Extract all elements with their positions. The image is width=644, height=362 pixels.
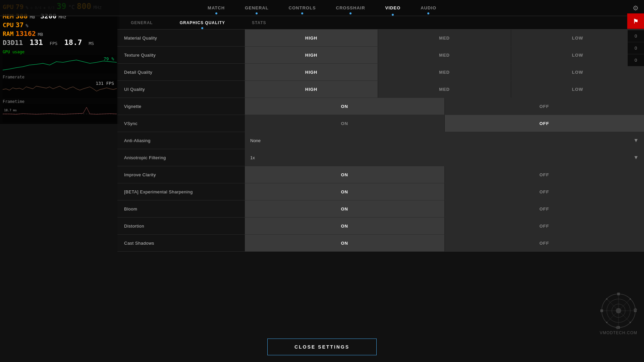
- vignette-on-btn[interactable]: On: [245, 98, 445, 115]
- bloom-label: Bloom: [117, 200, 245, 217]
- right-badge-icon: ⚑: [627, 13, 644, 29]
- detail-quality-row: Detail Quality High Med Low: [117, 64, 644, 81]
- tab-match[interactable]: MATCH: [198, 0, 235, 16]
- settings-panel: Material Quality High Med Low Texture Qu…: [117, 29, 644, 335]
- improve-clarity-row: Improve Clarity On Off: [117, 166, 644, 183]
- audio-dot-indicator: [427, 12, 429, 14]
- settings-gear-icon[interactable]: ⚙: [633, 4, 639, 12]
- texture-quality-row: Texture Quality High Med Low: [117, 47, 644, 64]
- vignette-label: Vignette: [117, 98, 245, 115]
- general-dot-indicator: [256, 12, 258, 14]
- bloom-on-btn[interactable]: On: [245, 200, 445, 217]
- framerate-label: Framerate: [3, 75, 117, 79]
- cast-shadows-row: Cast Shadows On Off: [117, 235, 644, 252]
- close-settings-button[interactable]: CLOSE SETTINGS: [267, 339, 377, 355]
- texture-high-btn[interactable]: High: [245, 47, 378, 63]
- ui-quality-label: UI Quality: [117, 81, 245, 98]
- experimental-sharpening-controls: On Off: [245, 183, 644, 200]
- detail-med-btn[interactable]: Med: [378, 64, 511, 80]
- anti-aliasing-label: Anti-Aliasing: [117, 132, 245, 149]
- experimental-sharpening-row: [BETA] Experimental Sharpening On Off: [117, 183, 644, 200]
- counter-2: 0: [628, 54, 644, 66]
- tab-general[interactable]: GENERAL: [235, 0, 279, 16]
- ms-unit: MS: [89, 41, 94, 47]
- experimental-sharpening-on-btn[interactable]: On: [245, 183, 445, 200]
- improve-clarity-controls: On Off: [245, 166, 644, 183]
- material-high-btn[interactable]: High: [245, 29, 378, 46]
- experimental-sharpening-off-btn[interactable]: Off: [445, 183, 644, 200]
- cast-shadows-off-btn[interactable]: Off: [445, 235, 644, 251]
- tab-audio[interactable]: AUDIO: [411, 0, 446, 16]
- experimental-sharpening-label: [BETA] Experimental Sharpening: [117, 183, 245, 200]
- ram-label: RAM: [3, 30, 14, 38]
- cast-shadows-on-btn[interactable]: On: [245, 235, 445, 251]
- svg-text:⚑: ⚑: [633, 18, 638, 25]
- material-quality-controls: High Med Low: [245, 29, 644, 46]
- ui-quality-controls: High Med Low: [245, 81, 644, 98]
- vsync-label: VSync: [117, 115, 245, 132]
- ui-quality-row: UI Quality High Med Low: [117, 81, 644, 98]
- cast-shadows-controls: On Off: [245, 235, 644, 251]
- anisotropic-filtering-dropdown[interactable]: 1x ▼: [245, 149, 644, 166]
- ui-med-btn[interactable]: Med: [378, 81, 511, 98]
- right-counter-panel: 0 0 0: [627, 30, 644, 66]
- tab-controls[interactable]: CONTROLS: [279, 0, 326, 16]
- close-settings-container: CLOSE SETTINGS: [267, 339, 377, 355]
- texture-med-btn[interactable]: Med: [378, 47, 511, 63]
- gpu-usage-graph: 79 %: [3, 55, 117, 73]
- sub-tab-graphics-quality[interactable]: GRAPHICS QUALITY: [166, 16, 238, 29]
- vignette-row: Vignette On Off: [117, 98, 644, 115]
- framerate-overlay: 131 FPS: [96, 81, 114, 86]
- tab-crosshair[interactable]: CROSSHAIR: [326, 0, 375, 16]
- material-med-btn[interactable]: Med: [378, 29, 511, 46]
- frametime-label: Frametime: [3, 99, 117, 104]
- improve-clarity-on-btn[interactable]: On: [245, 166, 445, 183]
- sub-tab-general[interactable]: GENERAL: [117, 16, 166, 29]
- counter-1: 0: [628, 42, 644, 54]
- improve-clarity-label: Improve Clarity: [117, 166, 245, 183]
- cpu-unit: %: [26, 23, 29, 29]
- improve-clarity-off-btn[interactable]: Off: [445, 166, 644, 183]
- vignette-off-btn[interactable]: Off: [445, 98, 644, 115]
- distortion-controls: On Off: [245, 218, 644, 234]
- anti-aliasing-controls: None ▼: [245, 132, 644, 149]
- anisotropic-filtering-arrow-icon: ▼: [633, 155, 639, 161]
- anti-aliasing-row: Anti-Aliasing None ▼: [117, 132, 644, 149]
- vsync-controls: On Off: [245, 115, 644, 132]
- sub-tab-stats[interactable]: STATS: [238, 16, 280, 29]
- vignette-controls: On Off: [245, 98, 644, 115]
- distortion-on-btn[interactable]: On: [245, 218, 445, 234]
- anti-aliasing-dropdown[interactable]: None ▼: [245, 132, 644, 149]
- vsync-off-btn[interactable]: Off: [445, 115, 644, 132]
- api-label: D3D11: [3, 38, 23, 47]
- ram-value: 13162: [16, 29, 36, 38]
- bloom-off-btn[interactable]: Off: [445, 200, 644, 217]
- distortion-row: Distortion On Off: [117, 218, 644, 235]
- frametime-graph: 18.7 ms: [3, 104, 117, 122]
- controls-dot-indicator: [301, 12, 303, 14]
- counter-0: 0: [628, 30, 644, 42]
- bloom-row: Bloom On Off: [117, 200, 644, 218]
- material-quality-label: Material Quality: [117, 29, 245, 46]
- detail-high-btn[interactable]: High: [245, 64, 378, 80]
- gpu-usage-label: GPU usage: [3, 49, 117, 55]
- texture-low-btn[interactable]: Low: [511, 47, 644, 63]
- fps-value: 131: [30, 38, 43, 48]
- hud-stats-panel: GPU 79 % ◇ 0/4 ✱ 0/3 39 °C 800 MHz MEM 3…: [0, 0, 119, 124]
- material-quality-row: Material Quality High Med Low: [117, 29, 644, 47]
- texture-quality-controls: High Med Low: [245, 47, 644, 63]
- detail-quality-controls: High Med Low: [245, 64, 644, 80]
- ui-high-btn[interactable]: High: [245, 81, 378, 98]
- ui-low-btn[interactable]: Low: [511, 81, 644, 98]
- detail-low-btn[interactable]: Low: [511, 64, 644, 80]
- anisotropic-filtering-row: Anisotropic Filtering 1x ▼: [117, 149, 644, 166]
- cast-shadows-label: Cast Shadows: [117, 235, 245, 251]
- anti-aliasing-value: None: [250, 138, 633, 143]
- vsync-on-btn[interactable]: On: [245, 115, 445, 132]
- material-low-btn[interactable]: Low: [511, 29, 644, 46]
- ms-value: 18.7: [64, 38, 82, 48]
- distortion-off-btn[interactable]: Off: [445, 218, 644, 234]
- tab-video[interactable]: VIDEO: [375, 0, 411, 16]
- cpu-label: CPU: [3, 21, 14, 29]
- top-navigation: MATCH GENERAL CONTROLS CROSSHAIR VIDEO A…: [0, 0, 644, 16]
